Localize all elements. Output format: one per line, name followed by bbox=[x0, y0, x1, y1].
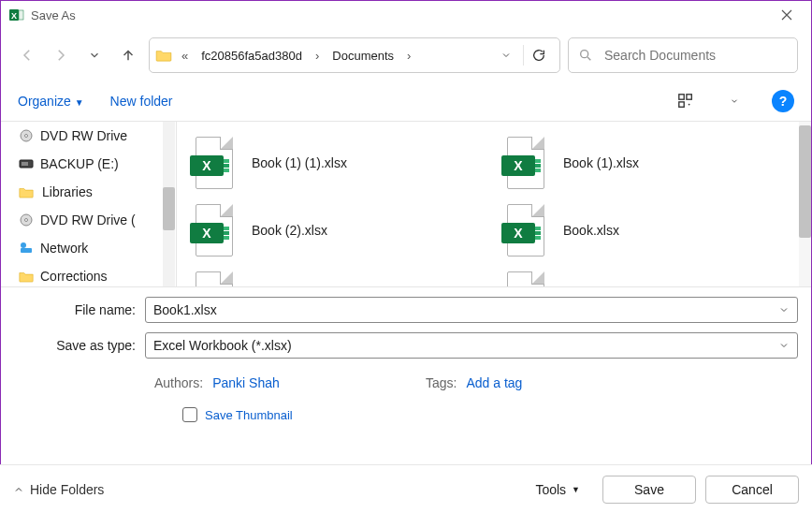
filename-input[interactable]: Book1.xlsx bbox=[145, 297, 798, 323]
sidebar-item-network[interactable]: Network bbox=[1, 234, 176, 262]
breadcrumb-part-2[interactable]: Documents bbox=[328, 45, 398, 66]
chevron-down-icon[interactable] bbox=[778, 340, 790, 351]
search-icon bbox=[578, 48, 593, 63]
drive-icon bbox=[18, 158, 35, 169]
hide-folders-button[interactable]: Hide Folders bbox=[13, 482, 104, 497]
svg-rect-4 bbox=[679, 95, 684, 99]
new-folder-button[interactable]: New folder bbox=[110, 94, 173, 109]
breadcrumb-prefix: « bbox=[178, 49, 192, 63]
svg-rect-6 bbox=[679, 102, 684, 107]
excel-app-icon: X bbox=[8, 7, 25, 23]
sidebar-item-corrections[interactable]: Corrections bbox=[1, 262, 176, 286]
view-options-button[interactable] bbox=[674, 90, 697, 112]
file-item[interactable]: XBook (1) (1).xlsx bbox=[186, 129, 494, 197]
dvd-icon bbox=[18, 213, 35, 227]
savetype-select[interactable]: Excel Workbook (*.xlsx) bbox=[145, 332, 798, 359]
dvd-icon bbox=[18, 128, 35, 143]
excel-file-icon: X bbox=[501, 202, 550, 258]
refresh-button[interactable] bbox=[523, 45, 554, 66]
sidebar-scroll-thumb[interactable] bbox=[163, 187, 175, 230]
window-title: Save As bbox=[31, 8, 766, 22]
file-item[interactable]: XBook.xlsx bbox=[498, 197, 805, 264]
tags-value[interactable]: Add a tag bbox=[466, 375, 522, 390]
sidebar-item-backup[interactable]: BACKUP (E:) bbox=[1, 150, 176, 178]
chevron-right-icon: › bbox=[312, 49, 323, 63]
view-dropdown[interactable] bbox=[723, 90, 746, 112]
filename-label: File name: bbox=[14, 302, 145, 317]
folder-icon bbox=[155, 49, 172, 62]
forward-button[interactable] bbox=[48, 38, 74, 72]
filepane-scroll-thumb[interactable] bbox=[799, 125, 811, 238]
main-area: DVD RW Drive BACKUP (E:) Libraries DVD R… bbox=[1, 121, 811, 287]
chevron-down-icon: ▼ bbox=[572, 485, 580, 494]
cancel-button[interactable]: Cancel bbox=[705, 476, 799, 504]
chevron-down-icon[interactable] bbox=[778, 304, 790, 315]
svg-rect-2 bbox=[19, 10, 23, 20]
help-button[interactable]: ? bbox=[772, 90, 794, 112]
sidebar-item-dvd[interactable]: DVD RW Drive bbox=[1, 122, 176, 150]
address-bar[interactable]: « fc20856fa5ad380d › Documents › bbox=[149, 37, 560, 73]
breadcrumb-part-1[interactable]: fc20856fa5ad380d bbox=[197, 45, 306, 66]
sidebar-item-dvd-2[interactable]: DVD RW Drive ( bbox=[1, 206, 176, 234]
save-thumbnail-label[interactable]: Save Thumbnail bbox=[205, 408, 293, 422]
tags-label: Tags: bbox=[426, 375, 457, 390]
tools-menu[interactable]: Tools▼ bbox=[535, 482, 580, 497]
chevron-up-icon bbox=[13, 484, 24, 495]
chevron-right-icon: › bbox=[403, 49, 414, 63]
excel-file-icon: X bbox=[501, 270, 550, 286]
titlebar: X Save As bbox=[1, 1, 811, 29]
svg-rect-11 bbox=[22, 162, 28, 166]
sidebar-item-libraries[interactable]: Libraries bbox=[1, 178, 176, 206]
excel-file-icon: X bbox=[190, 202, 239, 258]
chevron-down-icon: ▼ bbox=[75, 97, 84, 108]
nav-row: « fc20856fa5ad380d › Documents › bbox=[1, 29, 811, 81]
up-button[interactable] bbox=[115, 38, 141, 72]
toolbar: Organize ▼ New folder ? bbox=[1, 81, 811, 121]
footer: Hide Folders Tools▼ Save Cancel bbox=[0, 464, 812, 513]
file-item[interactable]: XGyproc Inventory.xlsx bbox=[498, 264, 805, 286]
sidebar: DVD RW Drive BACKUP (E:) Libraries DVD R… bbox=[1, 122, 177, 286]
authors-value[interactable]: Panki Shah bbox=[212, 375, 280, 390]
search-box[interactable] bbox=[568, 37, 798, 73]
svg-rect-5 bbox=[687, 95, 691, 99]
recent-dropdown[interactable] bbox=[81, 38, 108, 72]
excel-file-icon: X bbox=[501, 135, 550, 191]
form-area: File name: Book1.xlsx Save as type: Exce… bbox=[1, 287, 811, 422]
file-item[interactable]: XBook1.xlsx bbox=[186, 264, 494, 286]
back-button[interactable] bbox=[14, 38, 40, 72]
svg-text:X: X bbox=[11, 11, 17, 21]
svg-point-3 bbox=[581, 51, 588, 58]
svg-point-7 bbox=[689, 104, 690, 106]
svg-point-13 bbox=[25, 219, 28, 222]
folder-icon bbox=[18, 186, 35, 198]
svg-rect-14 bbox=[21, 248, 32, 253]
excel-file-icon: X bbox=[190, 135, 239, 191]
file-item[interactable]: XBook (1).xlsx bbox=[498, 129, 805, 197]
close-button[interactable] bbox=[766, 1, 807, 29]
address-dropdown[interactable] bbox=[495, 50, 517, 61]
file-item[interactable]: XBook (2).xlsx bbox=[186, 197, 494, 264]
save-thumbnail-checkbox[interactable] bbox=[182, 407, 197, 422]
authors-label: Authors: bbox=[154, 375, 203, 390]
svg-point-15 bbox=[21, 242, 26, 248]
save-button[interactable]: Save bbox=[602, 476, 696, 504]
organize-menu[interactable]: Organize ▼ bbox=[18, 94, 84, 109]
excel-file-icon: X bbox=[190, 270, 239, 286]
file-pane: XBook (1) (1).xlsx XBook (1).xlsx XBook … bbox=[177, 122, 811, 286]
search-input[interactable] bbox=[602, 47, 788, 64]
folder-icon bbox=[18, 271, 35, 283]
svg-point-9 bbox=[25, 135, 28, 138]
savetype-label: Save as type: bbox=[14, 338, 145, 353]
network-icon bbox=[18, 241, 35, 256]
